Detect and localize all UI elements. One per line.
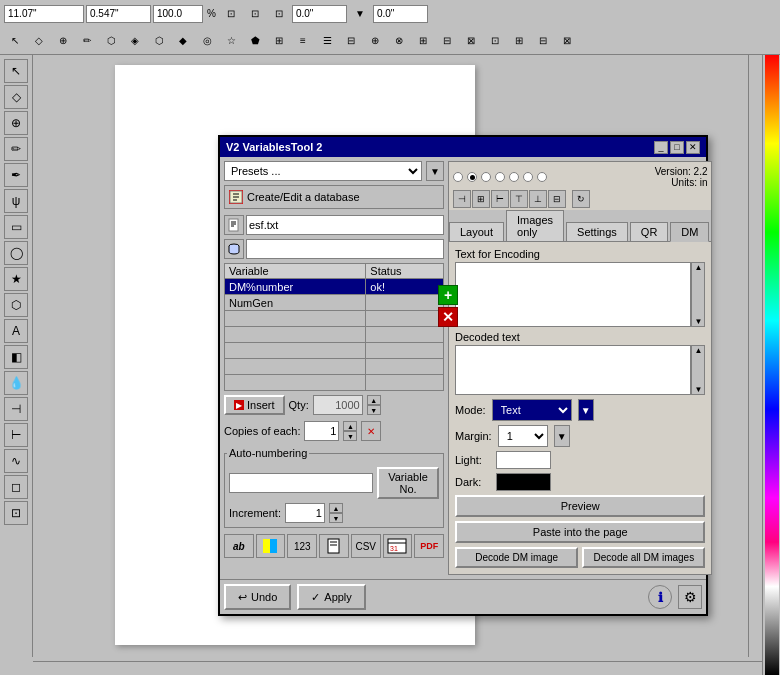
zoom-field[interactable] — [153, 5, 203, 23]
copies-down-btn[interactable]: ▼ — [343, 431, 357, 441]
tb-tool-7[interactable]: ⬡ — [148, 30, 170, 52]
copies-spinbox[interactable]: ▲ ▼ — [343, 421, 357, 441]
tb-tool-23[interactable]: ⊟ — [532, 30, 554, 52]
radio-6[interactable] — [523, 172, 533, 182]
format-date-icon[interactable]: 31 — [383, 534, 413, 558]
decode-dm-button[interactable]: Decode DM image — [455, 547, 578, 568]
tool-eraser[interactable]: ◻ — [4, 475, 28, 499]
tool-text[interactable]: A — [4, 319, 28, 343]
tab-dm[interactable]: DM — [670, 222, 709, 242]
tool-paint-bucket[interactable]: ⊡ — [4, 501, 28, 525]
r1-field[interactable] — [292, 5, 347, 23]
increment-down-btn[interactable]: ▼ — [329, 513, 343, 523]
delete-button[interactable]: ✕ — [361, 421, 381, 441]
table-row[interactable]: NumGen — [225, 295, 444, 311]
radio-3[interactable] — [481, 172, 491, 182]
paste-button[interactable]: Paste into the page — [455, 521, 705, 543]
tb-node-tool[interactable]: ◇ — [28, 30, 50, 52]
db-input[interactable] — [246, 239, 444, 259]
tab-layout[interactable]: Layout — [449, 222, 504, 241]
increment-up-btn[interactable]: ▲ — [329, 503, 343, 513]
apply-button[interactable]: ✓ Apply — [297, 584, 366, 610]
db-icon[interactable] — [224, 239, 244, 259]
dark-color-swatch[interactable] — [496, 473, 551, 491]
tool-measure[interactable]: ⊢ — [4, 423, 28, 447]
tb-select-tool[interactable]: ↖ — [4, 30, 26, 52]
copies-input[interactable] — [304, 421, 339, 441]
align-top-icon[interactable]: ⊤ — [510, 190, 528, 208]
dialog-minimize-btn[interactable]: _ — [654, 141, 668, 154]
x-coord-field[interactable] — [86, 5, 151, 23]
color-strip[interactable] — [765, 55, 779, 675]
tb-tool-18[interactable]: ⊞ — [412, 30, 434, 52]
tb-tool-24[interactable]: ⊠ — [556, 30, 578, 52]
tb-tool-21[interactable]: ⊡ — [484, 30, 506, 52]
format-pdf-icon[interactable]: PDF — [414, 534, 444, 558]
tb-zoom-tool[interactable]: ⊕ — [52, 30, 74, 52]
tool-pencil[interactable]: ✏ — [4, 137, 28, 161]
dialog-maximize-btn[interactable]: □ — [670, 141, 684, 154]
mode-select[interactable]: Text — [492, 399, 572, 421]
align-right-icon[interactable]: ⊢ — [491, 190, 509, 208]
tb-tool-15[interactable]: ⊟ — [340, 30, 362, 52]
align-bottom-icon[interactable]: ⊟ — [548, 190, 566, 208]
refresh-icon[interactable]: ↻ — [572, 190, 590, 208]
tool-spray[interactable]: ∿ — [4, 449, 28, 473]
tool-calligraphy[interactable]: ψ — [4, 189, 28, 213]
tb-pencil-tool[interactable]: ✏ — [76, 30, 98, 52]
text-encoding-input[interactable] — [455, 262, 691, 327]
decoded-text-scrollbar[interactable]: ▲ ▼ — [691, 345, 705, 395]
margin-dropdown-arrow[interactable]: ▼ — [554, 425, 570, 447]
tool-bezier[interactable]: ✒ — [4, 163, 28, 187]
radio-5[interactable] — [509, 172, 519, 182]
tb-btn-2[interactable]: ⊡ — [244, 3, 266, 25]
tool-pointer[interactable]: ↖ — [4, 59, 28, 83]
text-encoding-scrollbar[interactable]: ▲ ▼ — [691, 262, 705, 327]
radio-7[interactable] — [537, 172, 547, 182]
file-icon[interactable] — [224, 215, 244, 235]
tool-3d-box[interactable]: ⬡ — [4, 293, 28, 317]
radio-2[interactable] — [467, 172, 477, 182]
tb-btn-3[interactable]: ⊡ — [268, 3, 290, 25]
settings-button[interactable]: ⚙ — [678, 585, 702, 609]
bottom-scrollbar[interactable] — [33, 661, 762, 675]
tool-ellipse[interactable]: ◯ — [4, 241, 28, 265]
format-csv-icon[interactable]: CSV — [351, 534, 381, 558]
tb-tool-10[interactable]: ☆ — [220, 30, 242, 52]
align-center-v-icon[interactable]: ⊥ — [529, 190, 547, 208]
tab-settings[interactable]: Settings — [566, 222, 628, 241]
add-variable-button[interactable]: + — [438, 285, 458, 305]
tb-tool-11[interactable]: ⬟ — [244, 30, 266, 52]
tb-btn-1[interactable]: ⊡ — [220, 3, 242, 25]
remove-variable-button[interactable]: ✕ — [438, 307, 458, 327]
tb-tool-6[interactable]: ◈ — [124, 30, 146, 52]
dialog-close-btn[interactable]: ✕ — [686, 141, 700, 154]
table-row[interactable]: DM%number ok! — [225, 279, 444, 295]
tb-tool-17[interactable]: ⊗ — [388, 30, 410, 52]
tool-connector[interactable]: ⊣ — [4, 397, 28, 421]
mode-dropdown-arrow[interactable]: ▼ — [578, 399, 594, 421]
tb-tool-5[interactable]: ⬡ — [100, 30, 122, 52]
decoded-text-input[interactable] — [455, 345, 691, 395]
tb-tool-9[interactable]: ◎ — [196, 30, 218, 52]
decode-all-dm-button[interactable]: Decode all DM images — [582, 547, 705, 568]
tool-star[interactable]: ★ — [4, 267, 28, 291]
presets-arrow-btn[interactable]: ▼ — [426, 161, 444, 181]
y-coord-field[interactable] — [4, 5, 84, 23]
tb-tool-20[interactable]: ⊠ — [460, 30, 482, 52]
info-button[interactable]: ℹ — [648, 585, 672, 609]
qty-up-btn[interactable]: ▲ — [367, 395, 381, 405]
tb-tool-19[interactable]: ⊟ — [436, 30, 458, 52]
tb-tool-12[interactable]: ⊞ — [268, 30, 290, 52]
tab-qr[interactable]: QR — [630, 222, 669, 241]
increment-spinbox[interactable]: ▲ ▼ — [329, 503, 343, 523]
format-color-icon[interactable] — [256, 534, 286, 558]
tb-tool-8[interactable]: ◆ — [172, 30, 194, 52]
tb-dropdown-1[interactable]: ▼ — [349, 3, 371, 25]
radio-4[interactable] — [495, 172, 505, 182]
tb-tool-14[interactable]: ☰ — [316, 30, 338, 52]
margin-select[interactable]: 1 — [498, 425, 548, 447]
file-input[interactable] — [246, 215, 444, 235]
undo-button[interactable]: ↩ Undo — [224, 584, 291, 610]
autonumber-input[interactable] — [229, 473, 373, 493]
